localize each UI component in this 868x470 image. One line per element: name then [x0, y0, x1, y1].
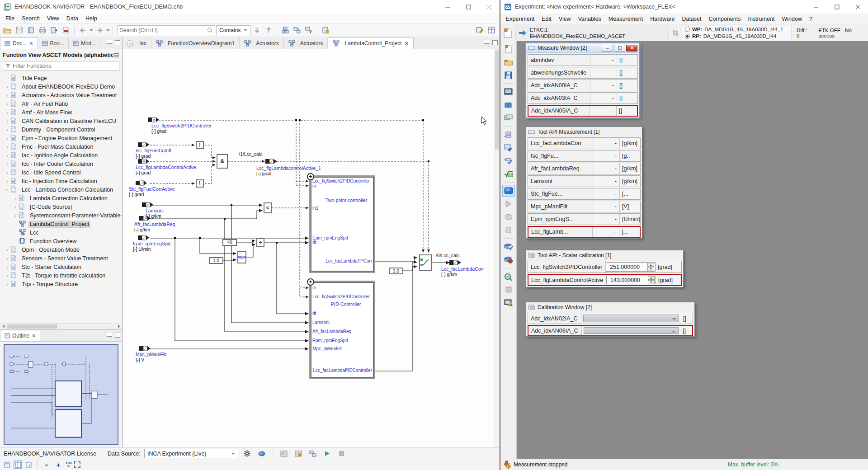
expand-arrow-icon[interactable] [4, 144, 11, 150]
less-than-block[interactable]: < [264, 202, 272, 213]
measure-row[interactable]: abweichungsSchwelle - [] [528, 67, 638, 79]
expand-arrow-icon[interactable] [12, 204, 19, 210]
expand-arrow-icon[interactable] [4, 256, 11, 261]
division-block[interactable]: ÷ [256, 238, 264, 247]
sidebar-tab[interactable]: Mod... [69, 38, 100, 49]
rp-row[interactable]: RP: DA_MDG1G_4S_19A030D_I44 [685, 33, 777, 40]
editor-tab[interactable]: Actuators [284, 38, 328, 49]
calibration-row[interactable]: Adc_idxAN02IA_C [] [528, 313, 693, 324]
filter-box[interactable] [3, 61, 119, 71]
zoom-out-icon[interactable]: − [42, 461, 51, 469]
nav-forward-icon[interactable] [94, 25, 105, 36]
constant-block[interactable]: 40 [222, 239, 237, 246]
tree-item[interactable]: c About EHANDBOOK FlexECU Demo [0, 82, 122, 91]
close-icon[interactable] [847, 0, 868, 14]
stop-measurement-icon[interactable] [502, 185, 515, 197]
measure-row[interactable]: Adc_idxAN05IA_C - [] [528, 105, 638, 117]
open-file-icon[interactable] [2, 25, 13, 36]
tree-item[interactable]: c Afr - Air Fuel Ratio [0, 99, 122, 108]
value-dropdown[interactable] [584, 327, 679, 334]
constant-block[interactable]: 1.0 [389, 268, 403, 274]
export-book-icon[interactable] [49, 25, 60, 36]
layout-preview-icon[interactable] [24, 461, 33, 469]
search-input[interactable] [120, 27, 207, 33]
menu-item[interactable]: View [43, 14, 63, 23]
diagram-edit-icon[interactable] [474, 25, 485, 36]
scroll-left-icon[interactable] [0, 324, 6, 329]
outline-tab[interactable]: Outline ✕ [0, 330, 40, 341]
menu-item[interactable]: Experiment [502, 14, 538, 24]
search-field[interactable] [118, 25, 215, 35]
model-filter-icon[interactable] [303, 25, 314, 36]
dataset-error-icon[interactable] [502, 254, 515, 266]
tree-item[interactable]: c Isc - Idle Speed Control [0, 168, 122, 177]
menu-item[interactable]: View [555, 14, 575, 24]
input-port-label[interactable]: Lcc_flgSwitch2PIDController[-] grad [151, 123, 212, 134]
expand-arrow-icon[interactable] [4, 179, 11, 184]
measure-remove-icon[interactable] [293, 448, 304, 459]
menu-item[interactable]: Hardware [646, 14, 678, 24]
signal-analyzer-icon[interactable] [502, 271, 515, 282]
expand-arrow-icon[interactable] [5, 186, 10, 193]
book-bookmark-icon[interactable] [320, 25, 331, 36]
tree-horizontal-scrollbar[interactable] [0, 323, 122, 329]
tool-api-measurement-window[interactable]: Tool API Measurement [1] Lcc_facLambdaCo… [526, 127, 642, 239]
layout-split-icon[interactable] [14, 461, 22, 469]
menu-item[interactable]: Measurement [605, 14, 646, 24]
input-port-label[interactable]: Lamsoni[-] g/km [146, 208, 164, 219]
scrollbar-thumb[interactable] [7, 324, 57, 329]
value-stepper[interactable]: ▲▼ [647, 263, 654, 271]
editor-tab[interactable]: LambdaControl_Project ✕ [328, 38, 413, 49]
zoom-in-icon[interactable]: + [54, 461, 63, 469]
expand-arrow-icon[interactable] [4, 247, 11, 253]
minimize-icon[interactable] [437, 0, 458, 14]
sort-updown-icon[interactable] [672, 28, 679, 38]
measure-window[interactable]: Measure Window [2] abmhdev - [] [526, 43, 640, 118]
tree-item[interactable]: c [C-Code Source] [0, 202, 122, 211]
expand-block-icon[interactable]: + [307, 173, 314, 180]
close-icon[interactable] [479, 0, 500, 14]
expand-arrow-icon[interactable] [4, 282, 11, 287]
tree-item[interactable]: c CAN Calibration in Gasoline FlexECU [0, 117, 122, 125]
input-port-label[interactable]: Stc_flgFuelCorrActive[-] grad [129, 186, 175, 197]
tree-item[interactable]: c Tqs - Torque Structure [0, 280, 122, 288]
max-block[interactable]: MDX [237, 251, 246, 263]
tab-close-icon[interactable]: ✕ [32, 333, 36, 339]
expand-arrow-icon[interactable] [4, 93, 11, 98]
model-structure-icon[interactable] [280, 25, 291, 36]
layout-single-icon[interactable] [3, 461, 11, 469]
tree-item[interactable]: c Iac - Ignition Angle Calculation [0, 151, 122, 160]
menu-item[interactable]: ? [806, 14, 816, 24]
variable-selection-display-icon[interactable] [502, 142, 515, 154]
measure-row[interactable]: abmhdev - [] [528, 54, 638, 66]
menu-item[interactable]: Components [705, 14, 745, 24]
input-port-label[interactable]: Lcc_flgLambdaControlActive[-] grad [136, 164, 196, 175]
outline-thumbnail[interactable] [4, 344, 118, 445]
tab-close-icon[interactable]: ✕ [405, 41, 409, 47]
documentation-icon[interactable] [502, 99, 515, 111]
and-operator-block[interactable]: & [217, 154, 228, 169]
menu-item[interactable]: Data [63, 14, 82, 23]
measure-row[interactable]: Adc_idxAN03IA_C - [] [528, 92, 638, 104]
expand-arrow-icon[interactable] [4, 136, 11, 141]
expand-arrow-icon[interactable] [4, 118, 11, 124]
output-port-label[interactable]: Lcc_facLambdaCorr[-] g/km [441, 266, 484, 277]
expand-arrow-icon[interactable] [4, 273, 11, 278]
dataset-check-icon[interactable] [502, 241, 515, 253]
tree-item[interactable]: c Icc - Inter Cooler Calculation [0, 160, 122, 168]
nav-forward-menu-icon[interactable] [106, 29, 110, 31]
save-icon[interactable] [14, 25, 24, 36]
lens-icon[interactable] [256, 448, 267, 459]
new-experiment-icon[interactable] [502, 43, 515, 55]
scroll-right-icon[interactable] [116, 324, 122, 329]
menu-item[interactable]: Dataset [678, 14, 705, 24]
two-point-controller-block[interactable] [311, 177, 374, 272]
nav-back-icon[interactable] [77, 25, 88, 36]
maximize-icon[interactable] [458, 0, 479, 14]
data-source-select[interactable]: INCA Experiment (Live) [144, 449, 238, 458]
open-experiment-icon[interactable] [502, 56, 515, 68]
tree-item[interactable]: c Function Overview [0, 237, 122, 245]
menu-item[interactable]: Instrument [744, 14, 778, 24]
parameter-value-box[interactable]: 143.000000 ▲▼ [606, 276, 656, 284]
record-icon[interactable] [502, 211, 515, 223]
